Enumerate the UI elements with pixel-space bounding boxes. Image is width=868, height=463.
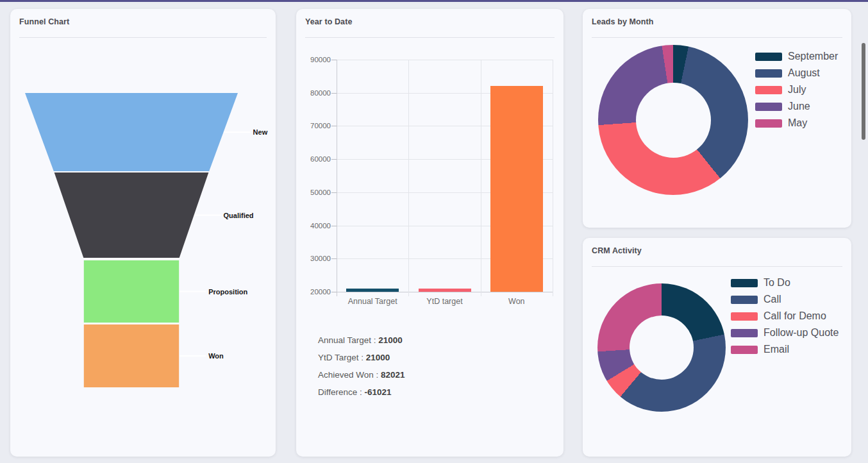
bar-won[interactable] <box>490 86 543 292</box>
legend-item[interactable]: To Do <box>731 274 839 291</box>
gridline <box>337 60 553 60</box>
y-axis-tick <box>331 159 337 160</box>
funnel-stage-label: Qualified <box>224 212 254 219</box>
summary-label: Annual Target : <box>318 335 378 345</box>
y-axis-tick-label: 70000 <box>294 122 331 130</box>
summary-label: YtD Target : <box>318 353 366 362</box>
summary-value: 21000 <box>366 353 390 362</box>
year-to-date-panel: Year to Date 900008000070000600005000040… <box>296 9 563 457</box>
summary-line: Difference : -61021 <box>318 383 405 401</box>
legend-swatch <box>731 279 758 287</box>
y-axis-tick <box>331 258 337 259</box>
leads-legend: SeptemberAugustJulyJuneMay <box>755 48 838 131</box>
legend-label: To Do <box>764 277 790 289</box>
summary-line: Achieved Won : 82021 <box>318 366 405 383</box>
y-axis-tick <box>331 226 337 226</box>
ytd-summary: Annual Target : 21000YtD Target : 21000A… <box>318 332 405 401</box>
legend-label: Call <box>764 294 781 305</box>
summary-value: -61021 <box>365 387 392 397</box>
legend-item[interactable]: Call for Demo <box>731 308 839 324</box>
y-axis-tick <box>331 192 337 193</box>
y-axis-tick-label: 50000 <box>294 189 331 196</box>
legend-item[interactable]: September <box>755 48 838 65</box>
legend-swatch <box>731 296 758 304</box>
gridline <box>481 60 481 296</box>
funnel-stage-label: Won <box>208 352 224 360</box>
window-top-accent <box>0 0 868 2</box>
y-axis-tick <box>331 93 337 94</box>
y-axis-tick-label: 90000 <box>294 56 331 63</box>
gridline <box>553 60 553 296</box>
x-axis-tick-label: Annual Target <box>337 297 408 306</box>
crm-donut-chart[interactable] <box>597 283 726 412</box>
y-axis-tick <box>331 60 337 60</box>
legend-label: August <box>788 67 820 79</box>
legend-swatch <box>755 69 782 78</box>
funnel-stage-label: New <box>253 128 268 136</box>
legend-label: May <box>788 117 807 129</box>
summary-label: Difference : <box>318 387 365 397</box>
leads-donut-chart[interactable] <box>598 45 748 195</box>
bar-ytd-target[interactable] <box>419 289 471 292</box>
ytd-bar-chart[interactable]: 9000080000700006000050000400003000020000… <box>337 60 553 292</box>
y-axis-tick <box>331 292 337 292</box>
y-axis-tick-label: 30000 <box>294 255 331 262</box>
y-axis-tick-label: 80000 <box>294 89 331 97</box>
donut-hole <box>630 316 694 380</box>
legend-swatch <box>755 86 782 94</box>
y-axis-tick <box>331 126 337 126</box>
summary-value: 21000 <box>378 335 403 345</box>
funnel-stage-won[interactable] <box>84 324 179 387</box>
legend-swatch <box>755 119 782 128</box>
y-axis-tick-label: 20000 <box>294 288 331 296</box>
donut-hole <box>636 83 711 158</box>
legend-item[interactable]: Follow-up Quote <box>731 324 839 341</box>
funnel-chart[interactable]: NewQualifiedPropositionWon <box>10 37 276 457</box>
summary-label: Achieved Won : <box>318 370 381 380</box>
crm-legend: To DoCallCall for DemoFollow-up QuoteEma… <box>731 274 839 358</box>
leads-by-month-panel: Leads by Month SeptemberAugustJulyJuneMa… <box>583 9 851 228</box>
summary-line: YtD Target : 21000 <box>318 349 405 366</box>
legend-label: Email <box>764 344 789 355</box>
legend-item[interactable]: Call <box>731 291 839 308</box>
panel-title-crm: CRM Activity <box>592 246 642 255</box>
x-axis-tick-label: YtD target <box>409 297 481 306</box>
legend-swatch <box>731 312 758 321</box>
legend-swatch <box>755 53 782 61</box>
divider <box>305 37 555 38</box>
funnel-stage-proposition[interactable] <box>84 260 179 323</box>
legend-label: June <box>788 101 810 112</box>
y-axis-tick-label: 40000 <box>294 222 331 230</box>
legend-label: Follow-up Quote <box>764 327 839 339</box>
legend-item[interactable]: June <box>755 98 838 115</box>
divider <box>592 266 842 267</box>
summary-line: Annual Target : 21000 <box>318 332 405 349</box>
legend-swatch <box>731 329 758 337</box>
panel-title-leads: Leads by Month <box>592 17 654 26</box>
legend-item[interactable]: July <box>755 81 838 98</box>
funnel-stage-label: Proposition <box>208 288 247 296</box>
legend-label: September <box>788 51 838 62</box>
legend-label: Call for Demo <box>764 310 826 322</box>
gridline <box>408 60 409 296</box>
funnel-svg: NewQualifiedPropositionWon <box>10 37 276 457</box>
legend-item[interactable]: May <box>755 115 838 131</box>
bar-annual-target[interactable] <box>346 289 399 292</box>
funnel-chart-panel: Funnel Chart NewQualifiedPropositionWon <box>10 9 276 457</box>
gridline <box>337 292 553 292</box>
panel-title-ytd: Year to Date <box>305 17 352 26</box>
legend-swatch <box>755 103 782 111</box>
panel-title-funnel: Funnel Chart <box>19 17 69 26</box>
scrollbar-thumb[interactable] <box>862 43 865 140</box>
legend-item[interactable]: August <box>755 65 838 81</box>
divider <box>592 37 842 38</box>
summary-value: 82021 <box>381 370 405 380</box>
legend-item[interactable]: Email <box>731 341 839 358</box>
legend-swatch <box>731 346 758 354</box>
crm-activity-panel: CRM Activity To DoCallCall for DemoFollo… <box>583 238 851 457</box>
funnel-stage-new[interactable] <box>25 93 238 171</box>
legend-label: July <box>788 84 806 96</box>
funnel-stage-qualified[interactable] <box>54 173 209 258</box>
y-axis-tick-label: 60000 <box>294 155 331 163</box>
x-axis-tick-label: Won <box>481 297 553 306</box>
